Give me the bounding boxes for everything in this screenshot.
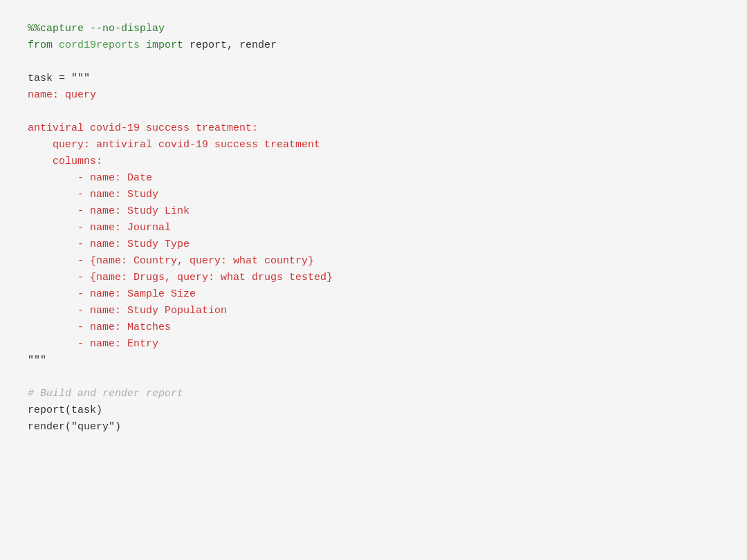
code-line-20: - name: Entry	[28, 336, 719, 353]
code-line-12: - name: Study Link	[28, 203, 719, 220]
code-line-21: """	[28, 353, 719, 369]
code-line-5: name: query	[28, 87, 719, 104]
col-study-link: - name: Study Link	[28, 205, 190, 217]
code-line-19: - name: Matches	[28, 319, 719, 336]
code-line-7: antiviral covid-19 success treatment:	[28, 120, 719, 137]
col-country: - {name: Country, query: what country}	[28, 255, 314, 267]
col-matches: - name: Matches	[28, 321, 171, 333]
name-key: name: query	[28, 89, 96, 101]
code-line-8: query: antiviral covid-19 success treatm…	[28, 137, 719, 153]
col-journal: - name: Journal	[28, 222, 171, 234]
col-entry: - name: Entry	[28, 338, 158, 350]
empty-line-1	[28, 54, 719, 71]
col-drugs: - {name: Drugs, query: what drugs tested…	[28, 272, 333, 283]
code-line-16: - {name: Drugs, query: what drugs tested…	[28, 270, 719, 286]
code-editor: %%capture --no-display from cord19report…	[0, 0, 747, 560]
empty-line-2	[28, 104, 719, 120]
triple-quote-open: """	[71, 73, 90, 84]
col-study: - name: Study	[28, 189, 158, 200]
code-line-24: report(task)	[28, 402, 719, 419]
module-cord19reports: cord19reports	[59, 39, 146, 51]
col-date: - name: Date	[28, 172, 152, 184]
keyword-from: from	[28, 39, 59, 51]
keyword-import: import	[146, 39, 190, 51]
triple-quote-close: """	[28, 355, 46, 366]
magic-command: %%capture --no-display	[28, 23, 165, 35]
render-call: render("query")	[28, 421, 121, 433]
code-line-13: - name: Journal	[28, 220, 719, 236]
columns-key: columns:	[28, 156, 102, 167]
code-line-17: - name: Sample Size	[28, 286, 719, 303]
col-study-type: - name: Study Type	[28, 239, 190, 250]
query-key: query: antiviral covid-19 success treatm…	[28, 139, 320, 151]
code-line-2: from cord19reports import report, render	[28, 37, 719, 54]
col-sample-size: - name: Sample Size	[28, 288, 196, 300]
code-line-9: columns:	[28, 153, 719, 170]
code-line-18: - name: Study Population	[28, 303, 719, 319]
code-line-14: - name: Study Type	[28, 236, 719, 253]
code-line-25: render("query")	[28, 419, 719, 436]
code-line-10: - name: Date	[28, 170, 719, 187]
code-line-15: - {name: Country, query: what country}	[28, 253, 719, 270]
code-line-23: # Build and render report	[28, 386, 719, 402]
import-names: report, render	[190, 39, 277, 51]
antiviral-key: antiviral covid-19 success treatment:	[28, 122, 258, 134]
code-line-1: %%capture --no-display	[28, 21, 719, 37]
code-line-11: - name: Study	[28, 187, 719, 203]
task-assign: task =	[28, 73, 71, 84]
code-line-4: task = """	[28, 71, 719, 87]
comment-build: # Build and render report	[28, 388, 183, 400]
col-study-population: - name: Study Population	[28, 305, 227, 317]
empty-line-3	[28, 369, 719, 386]
report-call: report(task)	[28, 404, 102, 416]
